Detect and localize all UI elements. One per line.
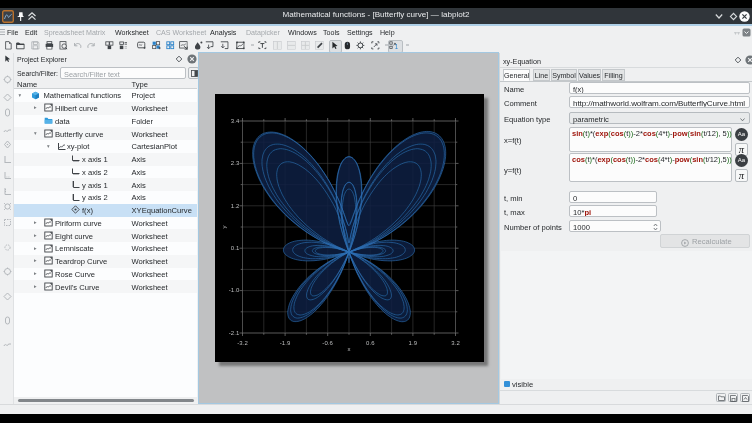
svg-text:0.1: 0.1	[231, 245, 240, 251]
svg-text:1: 1	[395, 43, 398, 50]
svg-text:-3.2: -3.2	[237, 340, 248, 346]
svg-text:-0.6: -0.6	[322, 340, 333, 346]
svg-text:x: x	[347, 346, 350, 352]
svg-text:0.6: 0.6	[366, 340, 375, 346]
svg-text:3.4: 3.4	[231, 118, 240, 124]
svg-text:1.9: 1.9	[409, 340, 418, 346]
svg-text:1.2: 1.2	[231, 203, 240, 209]
svg-text:y: y	[221, 225, 227, 228]
svg-text:2.3: 2.3	[231, 160, 240, 166]
svg-text:3.2: 3.2	[451, 340, 460, 346]
svg-text:-1.9: -1.9	[280, 340, 291, 346]
svg-text:-2.1: -2.1	[229, 330, 240, 336]
svg-text:-1.0: -1.0	[229, 287, 240, 293]
